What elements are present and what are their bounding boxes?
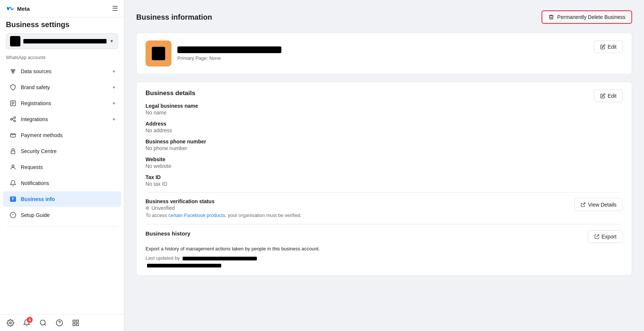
svg-point-11 (14, 117, 16, 119)
website-label: Website (146, 156, 623, 162)
details-edit-icon (600, 93, 605, 98)
last-updated-row: Last updated by (146, 255, 623, 261)
security-centre-label: Security Centre (21, 148, 115, 154)
svg-line-21 (45, 324, 46, 326)
sidebar-item-setup-guide[interactable]: Setup Guide (3, 207, 121, 223)
business-name-redacted (177, 46, 281, 53)
unverified-status-row: Unverified (146, 205, 302, 211)
business-details-title: Business details (146, 90, 195, 97)
alert-footer-icon[interactable]: 4 (22, 318, 31, 327)
notifications-icon (9, 179, 17, 187)
data-sources-icon (9, 67, 17, 75)
whatsapp-accounts-label: WhatsApp accounts (0, 53, 124, 63)
sidebar-item-security-centre[interactable]: Security Centre (3, 143, 121, 159)
setup-guide-icon (9, 211, 17, 219)
expand-footer-icon[interactable] (71, 318, 80, 327)
security-centre-icon (9, 147, 17, 155)
search-footer-icon[interactable] (39, 318, 48, 327)
business-details-edit-button[interactable]: Edit (594, 90, 623, 102)
sidebar: Meta ☰ Business settings ▼ WhatsApp acco… (0, 0, 124, 331)
legal-business-name-label: Legal business name (146, 103, 623, 109)
verification-header: Business verification status Unverified … (146, 198, 623, 218)
phone-row: Business phone number No phone number (146, 139, 623, 151)
meta-logo: Meta (6, 4, 30, 13)
sidebar-item-registrations[interactable]: Registrations ▾ (3, 95, 121, 111)
svg-line-4 (12, 71, 13, 72)
external-link-icon (581, 202, 586, 207)
address-label: Address (146, 121, 623, 127)
svg-rect-27 (76, 324, 79, 326)
help-footer-icon[interactable] (55, 318, 64, 327)
registrations-icon (9, 99, 17, 107)
export-label: Export (602, 234, 617, 240)
history-header: Business history Export (146, 230, 623, 243)
sidebar-nav: Data sources ▾ Brand safety ▾ Registrati… (0, 63, 124, 223)
meta-logo-text: Meta (17, 6, 30, 12)
history-info: Business history (146, 230, 190, 237)
sidebar-divider (6, 226, 118, 227)
permanently-delete-button[interactable]: Permanently Delete Business (542, 10, 632, 24)
export-button[interactable]: Export (588, 230, 623, 243)
unverified-status-text: Unverified (151, 205, 175, 211)
address-row: Address No address (146, 121, 623, 133)
data-sources-label: Data sources (21, 68, 109, 74)
tax-id-value: No tax ID (146, 181, 623, 187)
history-description: Export a history of management actions t… (146, 246, 623, 252)
chevron-icon: ▾ (113, 117, 115, 122)
hamburger-icon[interactable]: ☰ (112, 4, 118, 13)
address-value: No address (146, 127, 623, 133)
business-selector[interactable]: ▼ (6, 33, 118, 49)
business-profile-info: Primary Page: None (177, 46, 588, 61)
business-selector-name (23, 39, 107, 43)
sidebar-header: Meta ☰ (0, 0, 124, 17)
sidebar-item-payment-methods[interactable]: Payment methods (3, 127, 121, 143)
requests-icon (9, 163, 17, 171)
brand-safety-label: Brand safety (21, 84, 109, 90)
sidebar-item-data-sources[interactable]: Data sources ▾ (3, 64, 121, 79)
details-edit-label: Edit (608, 93, 617, 99)
business-profile: Primary Page: None Edit (146, 40, 623, 66)
sidebar-item-integrations[interactable]: Integrations ▾ (3, 111, 121, 127)
svg-point-20 (40, 320, 45, 325)
registrations-label: Registrations (21, 100, 109, 106)
verification-info: Business verification status Unverified … (146, 198, 302, 218)
verification-note: To access certain Facebook products, you… (146, 212, 302, 218)
verification-section: Business verification status Unverified … (146, 192, 623, 218)
svg-line-28 (583, 203, 585, 205)
view-details-button[interactable]: View Details (574, 198, 623, 211)
svg-line-5 (13, 71, 14, 72)
last-updated-label: Last updated by (146, 255, 180, 261)
tax-id-row: Tax ID No tax ID (146, 174, 623, 187)
history-title: Business history (146, 230, 190, 237)
sidebar-title: Business settings (0, 17, 124, 30)
view-details-label: View Details (588, 202, 617, 208)
details-header: Business details Edit (146, 90, 623, 103)
integrations-icon (9, 115, 17, 123)
history-section: Business history Export Export a history… (146, 224, 623, 268)
chevron-icon: ▾ (113, 101, 115, 106)
sidebar-item-brand-safety[interactable]: Brand safety ▾ (3, 79, 121, 95)
legal-business-name-row: Legal business name No name (146, 103, 623, 116)
settings-footer-icon[interactable] (6, 318, 15, 327)
chevron-down-icon: ▼ (109, 39, 114, 44)
integrations-label: Integrations (21, 116, 109, 122)
tax-id-label: Tax ID (146, 174, 623, 180)
business-info-icon (9, 195, 17, 203)
svg-line-13 (12, 118, 14, 119)
legal-business-name-value: No name (146, 110, 623, 116)
phone-value: No phone number (146, 145, 623, 151)
payment-methods-label: Payment methods (21, 132, 115, 138)
facebook-products-link[interactable]: certain Facebook products (168, 212, 225, 218)
svg-point-3 (12, 72, 14, 74)
sidebar-item-requests[interactable]: Requests (3, 159, 121, 175)
business-profile-edit-button[interactable]: Edit (594, 40, 623, 53)
svg-rect-24 (73, 320, 75, 322)
svg-point-10 (10, 119, 12, 120)
sidebar-item-notifications[interactable]: Notifications (3, 175, 121, 191)
sidebar-item-business-info[interactable]: Business info (3, 191, 121, 207)
edit-icon (600, 44, 605, 49)
notification-badge: 4 (27, 317, 33, 323)
page-header: Business information Permanently Delete … (136, 10, 632, 24)
business-avatar (146, 40, 171, 66)
brand-safety-icon (9, 83, 17, 91)
